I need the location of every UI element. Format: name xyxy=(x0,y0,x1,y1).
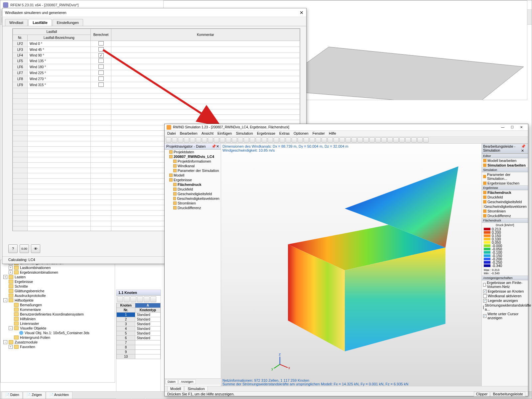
berechnet-checkbox[interactable] xyxy=(98,59,104,63)
display-option[interactable]: Strömungswiderstandskräfte a... xyxy=(482,303,528,312)
table-row[interactable]: 4Standard xyxy=(117,327,161,331)
rwind-nav-item[interactable]: Ergebnisse xyxy=(165,178,221,182)
dialog-close-button[interactable]: ✕ xyxy=(300,10,304,15)
loadcase-row[interactable]: LF5Wind 135 ° xyxy=(13,58,300,64)
rwind-nav-pin-icon[interactable]: 📌✕ xyxy=(211,144,219,149)
option-checkbox[interactable] xyxy=(483,306,484,309)
option-checkbox[interactable] xyxy=(483,314,486,318)
menu-item[interactable]: Optionen xyxy=(294,131,309,136)
tree-item[interactable]: Glättungsbereiche xyxy=(1,289,114,293)
knoten-toolbar-button[interactable] xyxy=(124,296,130,302)
rwind-toolbar-button[interactable] xyxy=(220,137,225,143)
menu-item[interactable]: Datei xyxy=(167,131,176,136)
view-button[interactable]: 👁 xyxy=(31,244,40,253)
rwind-nav-item[interactable]: Modell xyxy=(165,173,221,178)
table-row[interactable]: 8 xyxy=(117,345,161,350)
side-item[interactable]: Parameter der Simulation... xyxy=(482,172,528,181)
side-item[interactable]: Geschwindigkeitsfeld xyxy=(482,200,528,204)
rwind-nav-item[interactable]: Parameter der Simulation xyxy=(165,168,221,173)
tree-item[interactable]: -Visuelle Objekte xyxy=(1,326,114,331)
display-option[interactable]: Windkanal aktivieren xyxy=(482,294,528,298)
rwind-nav-item[interactable]: Druckfeld xyxy=(165,187,221,192)
rwind-nav-item[interactable]: Projektinformationen xyxy=(165,159,221,164)
rwind-toolbar-button[interactable] xyxy=(304,137,309,143)
menu-item[interactable]: Ansicht xyxy=(201,131,213,136)
rwind-3d-viewport[interactable]: Dimensionen des Windkanals: Dx = 88.739 … xyxy=(221,144,481,390)
rwind-toolbar-button[interactable] xyxy=(423,137,429,143)
side-item[interactable]: Druckfeld xyxy=(482,195,528,200)
rwind-toolbar-button[interactable] xyxy=(232,137,237,143)
rwind-toolbar-button[interactable] xyxy=(292,137,297,143)
option-checkbox[interactable] xyxy=(483,299,487,303)
rwind-toolbar-button[interactable] xyxy=(208,137,213,143)
rwind-nav-item[interactable]: Geschwindigkeitsvektoren xyxy=(165,196,221,201)
rwind-nav-item[interactable]: 200807_RWINDvis_LC4 xyxy=(165,154,221,159)
tree-expander[interactable]: - xyxy=(3,298,7,302)
tree-item[interactable]: -Zusatzmodule xyxy=(1,340,114,344)
display-option[interactable]: Ergebnisse am Finite-Volumen-Netz xyxy=(482,280,528,289)
rwind-view-tab[interactable]: Modell xyxy=(167,386,184,391)
loadcase-row[interactable]: LF8Wind 270 ° xyxy=(13,76,300,82)
rwind-navigator[interactable]: Projektnavigator - Daten📌✕ Projektdaten2… xyxy=(165,144,221,390)
tree-item[interactable]: Ausdruckprotokolle xyxy=(1,293,114,298)
tree-item[interactable]: Schnitte xyxy=(1,284,114,289)
rwind-toolbar-button[interactable] xyxy=(268,137,273,143)
rwind-toolbar-button[interactable] xyxy=(310,137,315,143)
side-item[interactable]: Simulation bearbeiten xyxy=(482,163,528,168)
rwind-nav-item[interactable]: Flächendruck xyxy=(165,182,221,187)
side-item[interactable]: Stromlinien xyxy=(482,209,528,213)
loadcase-row[interactable]: LF3Wind 45 ° xyxy=(13,47,300,53)
rwind-toolbar-button[interactable] xyxy=(333,137,339,143)
rwind-toolbar-button[interactable] xyxy=(375,137,381,143)
rwind-nav-item[interactable]: Stromlinien xyxy=(165,201,221,205)
menu-item[interactable]: Hilfe xyxy=(329,131,336,136)
rwind-toolbar-button[interactable] xyxy=(399,137,405,143)
menu-item[interactable]: Extras xyxy=(279,131,290,136)
knoten-toolbar-button[interactable] xyxy=(130,296,136,302)
rwind-toolbar-button[interactable] xyxy=(369,137,375,143)
tree-expander[interactable]: + xyxy=(9,345,13,349)
knoten-table[interactable]: Knoten A Nr. Knotentyp 1Standard2Standar… xyxy=(116,303,161,359)
table-row[interactable]: 5Standard xyxy=(117,331,161,336)
loadcase-row[interactable]: LF6Wind 180 ° xyxy=(13,64,300,70)
tree-item[interactable]: Hintergrund-Folien xyxy=(1,335,114,340)
tree-item[interactable]: Ergebnisse xyxy=(1,279,114,284)
tree-item[interactable]: Hilfslinien xyxy=(1,317,114,321)
tree-item[interactable]: +Favoriten xyxy=(1,344,114,349)
side-item[interactable]: Druckdifferenz xyxy=(482,213,528,218)
rwind-toolbar-button[interactable] xyxy=(172,137,177,143)
table-row[interactable]: 3Standard xyxy=(117,322,161,327)
loadcase-row[interactable]: LF7Wind 225 ° xyxy=(13,70,300,76)
rwind-toolbar-button[interactable] xyxy=(184,137,189,143)
rwind-toolbar-button[interactable] xyxy=(328,137,333,143)
table-row[interactable]: 9 xyxy=(117,350,161,354)
rwind-nav-item[interactable]: Druckdifferenz xyxy=(165,205,221,210)
rfem-bottom-tab[interactable]: 📄 Zeigen xyxy=(23,392,45,399)
tree-expander[interactable]: - xyxy=(3,340,7,344)
knoten-toolbar-button[interactable] xyxy=(117,296,123,302)
table-row[interactable]: 7 xyxy=(117,340,161,345)
tree-item[interactable]: Bemaßungen xyxy=(1,303,114,307)
loadcase-row[interactable]: LF4Wind 90 ° xyxy=(13,53,300,58)
menu-item[interactable]: Bearbeiten xyxy=(180,131,198,136)
rwind-toolbar-button[interactable] xyxy=(250,137,255,143)
rwind-toolbar-button[interactable] xyxy=(256,137,261,143)
rwind-toolbar-button[interactable] xyxy=(274,137,279,143)
rwind-minimize-button[interactable]: — xyxy=(498,125,507,130)
knoten-toolbar-button[interactable] xyxy=(144,296,150,302)
tree-item[interactable]: -Hilfsobjekte xyxy=(1,298,114,303)
option-checkbox[interactable] xyxy=(483,283,486,287)
tree-item[interactable]: +Lasten xyxy=(1,275,114,279)
rwind-toolbar-button[interactable] xyxy=(381,137,387,143)
rwind-toolbar-button[interactable] xyxy=(339,137,345,143)
rwind-menubar[interactable]: DateiBearbeitenAnsichtEinfügenSimulation… xyxy=(165,131,528,137)
rwind-toolbar-button[interactable] xyxy=(393,137,399,143)
berechnet-checkbox[interactable] xyxy=(98,47,104,52)
side-item[interactable]: Ergebnisse löschen xyxy=(482,181,528,186)
tree-item[interactable]: +Lastkombinationen xyxy=(1,265,114,270)
side-item[interactable]: Flächendruck xyxy=(482,190,528,195)
side-item[interactable]: Geschwindigkeitsvektoren xyxy=(482,204,528,209)
side-pin-icon[interactable]: 📌✕ xyxy=(521,144,527,153)
rwind-toolbar-button[interactable] xyxy=(322,137,327,143)
rwind-toolbar-button[interactable] xyxy=(238,137,243,143)
